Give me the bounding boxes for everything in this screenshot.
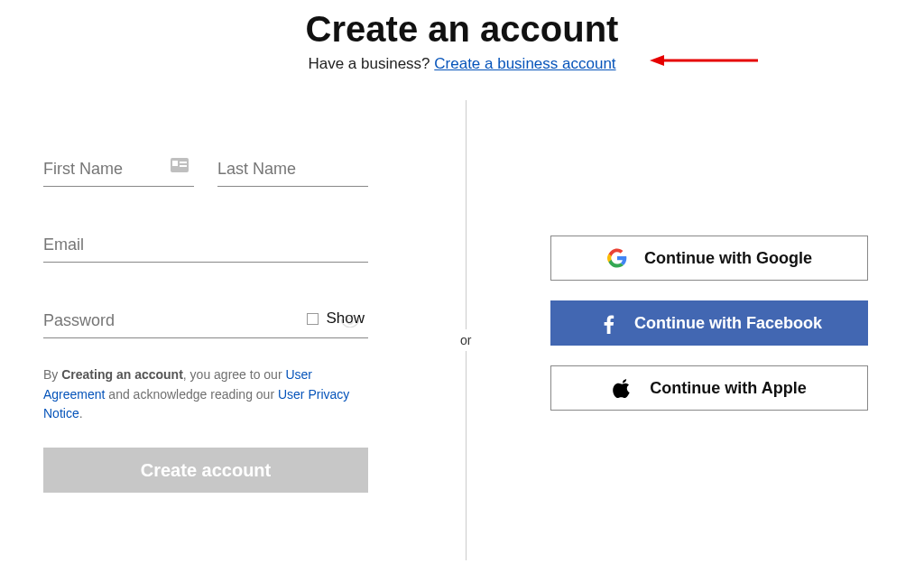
google-button-label: Continue with Google <box>644 249 812 268</box>
show-password-checkbox[interactable] <box>307 313 319 325</box>
continue-with-apple-button[interactable]: Continue with Apple <box>550 365 868 411</box>
create-account-button[interactable]: Create account <box>43 448 368 493</box>
facebook-icon <box>596 312 618 334</box>
oauth-buttons: Continue with Google Continue with Faceb… <box>550 236 868 411</box>
annotation-arrow-icon <box>650 51 758 69</box>
continue-with-facebook-button[interactable]: Continue with Facebook <box>550 300 868 346</box>
show-password-label: Show <box>326 309 365 328</box>
terms-text: By Creating an account, you agree to our… <box>43 365 368 424</box>
or-divider-label: or <box>458 329 473 351</box>
svg-rect-5 <box>180 165 187 167</box>
last-name-field[interactable] <box>217 154 368 187</box>
apple-button-label: Continue with Apple <box>650 379 806 398</box>
facebook-button-label: Continue with Facebook <box>634 314 822 333</box>
svg-rect-3 <box>172 161 178 166</box>
google-icon <box>606 247 628 269</box>
have-business-text: Have a business? <box>308 55 430 72</box>
page-title: Create an account <box>0 9 924 50</box>
continue-with-google-button[interactable]: Continue with Google <box>550 236 868 281</box>
business-prompt-row: Have a business? Create a business accou… <box>0 55 924 73</box>
show-password-toggle[interactable]: Show <box>307 309 365 328</box>
create-business-account-link[interactable]: Create a business account <box>434 55 615 72</box>
apple-icon <box>612 377 633 399</box>
email-field[interactable] <box>43 230 368 263</box>
svg-marker-1 <box>650 55 664 66</box>
svg-rect-4 <box>180 162 187 163</box>
signup-form: Show By Creating an account, you agree t… <box>43 154 368 493</box>
autofill-contact-icon <box>171 158 189 176</box>
